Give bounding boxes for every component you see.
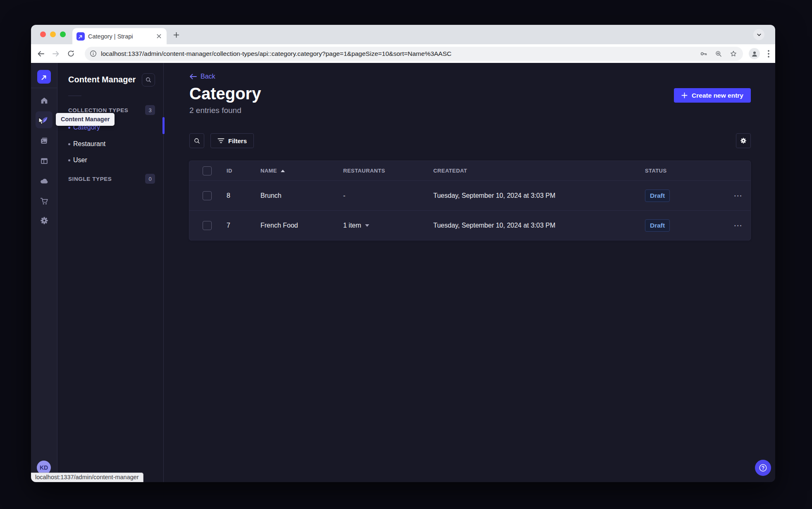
- maximize-window-button[interactable]: [60, 31, 66, 37]
- sidebar-item-label: User: [73, 156, 87, 164]
- strapi-favicon: [76, 32, 85, 41]
- select-all-checkbox[interactable]: [203, 166, 212, 175]
- cell-createdat: Tuesday, September 10, 2024 at 3:03 PM: [427, 192, 638, 199]
- single-types-section: SINGLE TYPES 0: [57, 173, 163, 185]
- column-header-status[interactable]: STATUS: [638, 168, 719, 174]
- status-badge: Draft: [645, 190, 670, 202]
- content-type-builder-icon[interactable]: [36, 152, 53, 169]
- marketplace-cart-icon[interactable]: [36, 192, 53, 209]
- minimize-window-button[interactable]: [50, 31, 56, 37]
- tab-strip: Category | Strapi: [31, 25, 775, 44]
- entries-count: 2 entries found: [189, 106, 241, 115]
- browser-window: Category | Strapi localhost:1337/admin/c…: [31, 25, 775, 482]
- row-checkbox[interactable]: [203, 221, 212, 230]
- zoom-icon[interactable]: [715, 50, 722, 58]
- cell-id: 8: [220, 192, 254, 199]
- new-tab-button[interactable]: [172, 30, 181, 39]
- plus-icon: [681, 92, 688, 98]
- strapi-admin: KD Content Manager COLLECTION TYPES 3 Ca…: [31, 63, 775, 482]
- url-text[interactable]: localhost:1337/admin/content-manager/col…: [101, 50, 693, 58]
- sort-ascending-icon: [281, 170, 285, 172]
- column-header-createdat[interactable]: CREATEDAT: [427, 168, 638, 174]
- back-link[interactable]: Back: [189, 73, 215, 80]
- entries-table: ID NAME RESTAURANTS CREATEDAT STATUS 8 B…: [189, 161, 751, 240]
- cell-restaurants[interactable]: 1 item: [337, 222, 427, 229]
- help-button[interactable]: [755, 460, 771, 476]
- browser-tab[interactable]: Category | Strapi: [72, 28, 167, 44]
- active-item-indicator: [162, 117, 165, 134]
- rail-divider: [31, 88, 57, 88]
- status-bar-link-preview: localhost:1337/admin/content-manager: [31, 473, 143, 482]
- table-row[interactable]: 8 Brunch - Tuesday, September 10, 2024 a…: [189, 180, 750, 210]
- sidebar-divider: [68, 96, 81, 96]
- bookmark-star-icon[interactable]: [730, 50, 737, 58]
- single-types-label: SINGLE TYPES: [68, 176, 145, 182]
- back-arrow-icon: [189, 74, 197, 79]
- sidebar-item-restaurant[interactable]: Restaurant: [57, 138, 163, 150]
- tab-search-chevron-icon[interactable]: [753, 29, 764, 40]
- cell-name: Brunch: [254, 192, 337, 199]
- settings-gear-icon[interactable]: [36, 212, 53, 229]
- tab-close-icon[interactable]: [155, 33, 162, 40]
- cell-name: French Food: [254, 222, 337, 229]
- home-icon[interactable]: [36, 92, 53, 109]
- page-title: Category: [189, 84, 261, 103]
- window-controls: [40, 31, 66, 37]
- cell-restaurants: -: [337, 192, 427, 199]
- main-content: Back Category 2 entries found Create new…: [164, 63, 775, 482]
- table-header-row: ID NAME RESTAURANTS CREATEDAT STATUS: [189, 161, 750, 180]
- reload-icon[interactable]: [67, 50, 75, 58]
- url-bar[interactable]: localhost:1337/admin/content-manager/col…: [85, 47, 743, 61]
- row-checkbox[interactable]: [203, 191, 212, 200]
- filters-label: Filters: [228, 137, 247, 144]
- table-settings-button[interactable]: [736, 133, 751, 148]
- column-header-name[interactable]: NAME: [254, 168, 337, 174]
- close-window-button[interactable]: [40, 31, 46, 37]
- collection-types-count-badge: 3: [145, 105, 155, 115]
- back-label: Back: [201, 73, 215, 80]
- chevron-down-icon: [365, 224, 369, 227]
- strapi-logo[interactable]: [37, 70, 51, 84]
- mouse-cursor: [38, 117, 45, 127]
- column-header-id[interactable]: ID: [220, 168, 254, 174]
- cell-id: 7: [220, 222, 254, 229]
- sidebar-item-user[interactable]: User: [57, 154, 163, 166]
- create-new-entry-button[interactable]: Create new entry: [674, 88, 751, 103]
- browser-menu-icon[interactable]: [765, 49, 772, 59]
- status-badge: Draft: [645, 219, 670, 232]
- filter-icon: [217, 138, 224, 144]
- single-types-count-badge: 0: [145, 174, 155, 184]
- site-info-icon[interactable]: [90, 50, 97, 57]
- row-actions-menu[interactable]: ⋯: [719, 191, 750, 201]
- content-manager-tooltip: Content Manager: [56, 113, 115, 126]
- row-actions-menu[interactable]: ⋯: [719, 221, 750, 230]
- sidebar-search-button[interactable]: [142, 73, 155, 86]
- table-search-button[interactable]: [189, 133, 204, 148]
- column-header-restaurants[interactable]: RESTAURANTS: [337, 168, 427, 174]
- collection-types-label: COLLECTION TYPES: [68, 107, 145, 113]
- filters-button[interactable]: Filters: [210, 133, 254, 148]
- forward-nav-icon[interactable]: [52, 50, 60, 58]
- back-nav-icon[interactable]: [37, 50, 45, 58]
- sidebar-title: Content Manager: [68, 73, 136, 84]
- sidebar-item-label: Restaurant: [73, 140, 105, 148]
- table-row[interactable]: 7 French Food 1 item Tuesday, September …: [189, 210, 750, 240]
- tab-title: Category | Strapi: [88, 33, 155, 40]
- create-new-entry-label: Create new entry: [692, 92, 743, 99]
- nav-rail: KD: [31, 63, 57, 482]
- profile-avatar-icon[interactable]: [749, 48, 760, 59]
- cell-createdat: Tuesday, September 10, 2024 at 3:03 PM: [427, 222, 638, 229]
- media-library-icon[interactable]: [36, 132, 53, 149]
- password-key-icon[interactable]: [700, 50, 707, 58]
- cloud-icon[interactable]: [36, 172, 53, 189]
- browser-toolbar: localhost:1337/admin/content-manager/col…: [31, 44, 775, 63]
